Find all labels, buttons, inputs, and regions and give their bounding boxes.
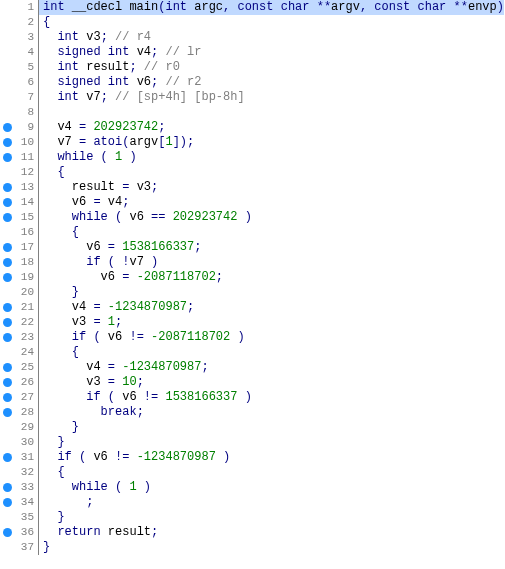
code-content[interactable]: return result; bbox=[39, 525, 158, 540]
code-content[interactable]: { bbox=[39, 225, 79, 240]
code-editor[interactable]: 1int __cdecl main(int argc, const char *… bbox=[0, 0, 505, 555]
code-content[interactable]: int v3; // r4 bbox=[39, 30, 151, 45]
breakpoint-gutter[interactable] bbox=[0, 498, 14, 507]
code-content[interactable]: ; bbox=[39, 495, 93, 510]
code-line[interactable]: 35 } bbox=[0, 510, 505, 525]
code-line[interactable]: 15 while ( v6 == 202923742 ) bbox=[0, 210, 505, 225]
breakpoint-gutter[interactable] bbox=[0, 528, 14, 537]
code-line[interactable]: 5 int result; // r0 bbox=[0, 60, 505, 75]
code-line[interactable]: 16 { bbox=[0, 225, 505, 240]
code-line[interactable]: 32 { bbox=[0, 465, 505, 480]
breakpoint-gutter[interactable] bbox=[0, 378, 14, 387]
code-line[interactable]: 34 ; bbox=[0, 495, 505, 510]
code-line[interactable]: 36 return result; bbox=[0, 525, 505, 540]
breakpoint-gutter[interactable] bbox=[0, 453, 14, 462]
breakpoint-gutter[interactable] bbox=[0, 213, 14, 222]
code-content[interactable]: v6 = -2087118702; bbox=[39, 270, 223, 285]
code-line[interactable]: 27 if ( v6 != 1538166337 ) bbox=[0, 390, 505, 405]
code-content[interactable]: v3 = 1; bbox=[39, 315, 122, 330]
token-punc: != bbox=[122, 330, 151, 344]
code-line[interactable]: 1int __cdecl main(int argc, const char *… bbox=[0, 0, 505, 15]
code-line[interactable]: 6 signed int v6; // r2 bbox=[0, 75, 505, 90]
breakpoint-gutter[interactable] bbox=[0, 273, 14, 282]
code-line[interactable]: 3 int v3; // r4 bbox=[0, 30, 505, 45]
code-content[interactable]: signed int v6; // r2 bbox=[39, 75, 201, 90]
code-line[interactable]: 8 bbox=[0, 105, 505, 120]
code-line[interactable]: 18 if ( !v7 ) bbox=[0, 255, 505, 270]
code-line[interactable]: 22 v3 = 1; bbox=[0, 315, 505, 330]
breakpoint-gutter[interactable] bbox=[0, 198, 14, 207]
code-content[interactable]: signed int v4; // lr bbox=[39, 45, 201, 60]
code-line[interactable]: 28 break; bbox=[0, 405, 505, 420]
code-line[interactable]: 14 v6 = v4; bbox=[0, 195, 505, 210]
code-line[interactable]: 23 if ( v6 != -2087118702 ) bbox=[0, 330, 505, 345]
code-line[interactable]: 24 { bbox=[0, 345, 505, 360]
code-line[interactable]: 30 } bbox=[0, 435, 505, 450]
code-content[interactable]: if ( v6 != 1538166337 ) bbox=[39, 390, 252, 405]
code-content[interactable]: v4 = -1234870987; bbox=[39, 360, 209, 375]
code-content[interactable]: break; bbox=[39, 405, 144, 420]
code-content[interactable]: while ( v6 == 202923742 ) bbox=[39, 210, 252, 225]
code-line[interactable]: 9 v4 = 202923742; bbox=[0, 120, 505, 135]
code-line[interactable]: 26 v3 = 10; bbox=[0, 375, 505, 390]
code-content[interactable]: if ( v6 != -1234870987 ) bbox=[39, 450, 230, 465]
code-content[interactable]: { bbox=[39, 465, 65, 480]
breakpoint-gutter[interactable] bbox=[0, 243, 14, 252]
breakpoint-gutter[interactable] bbox=[0, 408, 14, 417]
breakpoint-gutter[interactable] bbox=[0, 123, 14, 132]
code-line[interactable]: 31 if ( v6 != -1234870987 ) bbox=[0, 450, 505, 465]
code-content[interactable]: v4 = -1234870987; bbox=[39, 300, 194, 315]
code-line[interactable]: 4 signed int v4; // lr bbox=[0, 45, 505, 60]
code-line[interactable]: 21 v4 = -1234870987; bbox=[0, 300, 505, 315]
breakpoint-gutter[interactable] bbox=[0, 183, 14, 192]
code-content[interactable]: } bbox=[39, 510, 65, 525]
breakpoint-gutter[interactable] bbox=[0, 318, 14, 327]
breakpoint-icon bbox=[3, 153, 12, 162]
code-line[interactable]: 7 int v7; // [sp+4h] [bp-8h] bbox=[0, 90, 505, 105]
token-punc bbox=[43, 30, 57, 44]
code-content[interactable]: } bbox=[39, 540, 50, 555]
code-content[interactable]: v7 = atoi(argv[1]); bbox=[39, 135, 194, 150]
code-content[interactable]: } bbox=[39, 285, 79, 300]
breakpoint-gutter[interactable] bbox=[0, 333, 14, 342]
code-content[interactable]: { bbox=[39, 165, 65, 180]
code-content[interactable]: while ( 1 ) bbox=[39, 150, 137, 165]
code-line[interactable]: 33 while ( 1 ) bbox=[0, 480, 505, 495]
code-line[interactable]: 19 v6 = -2087118702; bbox=[0, 270, 505, 285]
code-line[interactable]: 12 { bbox=[0, 165, 505, 180]
code-content[interactable]: v4 = 202923742; bbox=[39, 120, 165, 135]
code-line[interactable]: 37} bbox=[0, 540, 505, 555]
code-line[interactable]: 13 result = v3; bbox=[0, 180, 505, 195]
code-content[interactable]: { bbox=[39, 345, 79, 360]
breakpoint-gutter[interactable] bbox=[0, 258, 14, 267]
code-content[interactable]: } bbox=[39, 435, 65, 450]
code-content[interactable]: } bbox=[39, 420, 79, 435]
breakpoint-gutter[interactable] bbox=[0, 303, 14, 312]
breakpoint-gutter[interactable] bbox=[0, 483, 14, 492]
code-line[interactable]: 29 } bbox=[0, 420, 505, 435]
code-line[interactable]: 10 v7 = atoi(argv[1]); bbox=[0, 135, 505, 150]
code-content[interactable]: int __cdecl main(int argc, const char **… bbox=[39, 0, 504, 15]
breakpoint-gutter[interactable] bbox=[0, 153, 14, 162]
code-line[interactable]: 2{ bbox=[0, 15, 505, 30]
breakpoint-gutter[interactable] bbox=[0, 363, 14, 372]
code-content[interactable]: v6 = v4; bbox=[39, 195, 129, 210]
code-content[interactable]: v3 = 10; bbox=[39, 375, 144, 390]
code-content[interactable]: if ( !v7 ) bbox=[39, 255, 158, 270]
code-content[interactable]: if ( v6 != -2087118702 ) bbox=[39, 330, 245, 345]
token-punc: } bbox=[43, 435, 65, 449]
line-number: 32 bbox=[14, 465, 39, 480]
code-content[interactable]: int result; // r0 bbox=[39, 60, 180, 75]
code-content[interactable]: result = v3; bbox=[39, 180, 158, 195]
code-line[interactable]: 20 } bbox=[0, 285, 505, 300]
code-content[interactable]: v6 = 1538166337; bbox=[39, 240, 201, 255]
code-content[interactable]: while ( 1 ) bbox=[39, 480, 151, 495]
code-line[interactable]: 17 v6 = 1538166337; bbox=[0, 240, 505, 255]
code-content[interactable]: { bbox=[39, 15, 50, 30]
code-line[interactable]: 25 v4 = -1234870987; bbox=[0, 360, 505, 375]
code-content[interactable]: int v7; // [sp+4h] [bp-8h] bbox=[39, 90, 245, 105]
code-line[interactable]: 11 while ( 1 ) bbox=[0, 150, 505, 165]
breakpoint-gutter[interactable] bbox=[0, 393, 14, 402]
breakpoint-gutter[interactable] bbox=[0, 138, 14, 147]
token-kw: while bbox=[57, 150, 93, 164]
